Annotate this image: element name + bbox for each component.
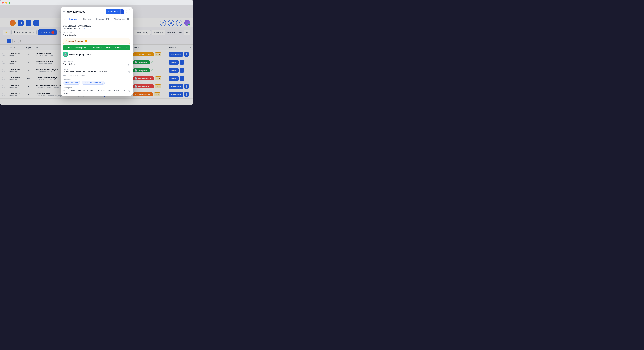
site-name-value: Sunset Shores	[63, 63, 77, 66]
modal-overlay: ⇐ WO# 123456789 RESOLVE | ⛶ ‹ Summary S	[0, 5, 193, 105]
close-button[interactable]	[2, 2, 4, 4]
sc-co-row: SC# 12345678 | CO# 12345678 Scheduled Se…	[63, 25, 130, 30]
description-field: Description Please evaluate if the site …	[63, 86, 130, 95]
tab-contacts[interactable]: Contacts 10	[94, 16, 111, 22]
wo-name-field: WO Name Snow Clearing	[63, 32, 130, 36]
tab-services[interactable]: Services	[81, 16, 94, 22]
wo-name-label: WO Name	[63, 32, 130, 34]
tab-attachments[interactable]: Attachments 3	[112, 16, 132, 22]
client-name: Demo Property Client	[69, 53, 91, 56]
modal-wo-number: WO# 123456789	[66, 10, 104, 13]
site-address-field: Site Address 123 Sunset Shores Lane, Any…	[63, 68, 130, 76]
tab-notes[interactable]: Notes 3	[132, 16, 132, 22]
green-bar-more-icon[interactable]: ···	[126, 46, 128, 49]
description-label: Description	[63, 86, 130, 88]
client-row: 🏢 Demo Property Client	[63, 52, 130, 56]
mac-window: SC ⊞ □ + ↻ ⚙ ? ⚡ ⇅ Work Order Status ⇅	[0, 0, 193, 105]
modal-expand-button[interactable]: ⛶	[125, 9, 130, 14]
services-label: Service(s) *	[63, 78, 130, 80]
description-copy-row: Please evaluate if the site has leaky HV…	[63, 89, 130, 95]
wo-name-value: Snow Clearing	[63, 34, 130, 36]
tab-attachments-label: Attachments	[114, 18, 126, 20]
scheduled-service-row: Scheduled Service# 1234	[63, 27, 130, 30]
tab-contacts-badge: 10	[106, 18, 109, 20]
permanent-site-instructions-label: Permanent Site Instructions	[63, 74, 130, 76]
tab-attachments-badge: 3	[127, 18, 129, 20]
work-order-modal: ⇐ WO# 123456789 RESOLVE | ⛶ ‹ Summary S	[60, 7, 132, 96]
maximize-button[interactable]	[8, 2, 10, 4]
check-icon: ✓	[65, 46, 67, 49]
modal-resolve-group: RESOLVE |	[106, 9, 124, 14]
modal-tabs: ‹ Summary Services Contacts 10 Attachmen…	[60, 16, 132, 22]
service-tag-2: Snow Removal Hourly	[82, 81, 105, 84]
modal-resolve-button[interactable]: RESOLVE	[106, 9, 120, 14]
service-tags-container: Snow Removal Snow Removal Hourly	[63, 81, 130, 84]
tab-contacts-label: Contacts	[96, 18, 104, 20]
progress-bar: ✓ Janitorial In Progress - All Other Tra…	[63, 45, 130, 50]
tab-left-arrow[interactable]: ‹	[63, 18, 66, 21]
site-name-copy-row: Sunset Shores ⎘	[63, 63, 130, 66]
action-required-badge: 1	[84, 40, 87, 42]
site-address-copy-row: 123 Sunset Shores Lane, Anytown, USA 100…	[63, 70, 130, 74]
modal-back-icon[interactable]: ⇐	[63, 10, 65, 13]
site-name-field: Site Name * Sunset Shores ⎘	[63, 61, 130, 66]
tab-services-label: Services	[83, 18, 92, 20]
action-required-text: Action Required	[68, 40, 84, 42]
action-required-alert: ⚠ Action Required 1	[63, 38, 130, 44]
minimize-button[interactable]	[5, 2, 7, 4]
modal-resolve-caret-button[interactable]: |	[120, 9, 124, 14]
sc-co-text: SC# 12345678 | CO# 12345678	[63, 25, 130, 27]
site-name-copy-icon[interactable]: ⎘	[128, 63, 130, 66]
tab-summary[interactable]: Summary	[66, 16, 81, 22]
client-avatar-icon: 🏢	[63, 52, 68, 56]
scheduled-service-link[interactable]: 1234	[81, 27, 86, 30]
warning-icon: ⚠	[65, 40, 68, 42]
site-name-label: Site Name *	[63, 61, 130, 63]
site-address-value: 123 Sunset Shores Lane, Anytown, USA 100…	[63, 70, 108, 73]
titlebar	[0, 0, 193, 5]
services-field: Service(s) * Snow Removal Snow Removal H…	[63, 78, 130, 84]
modal-topbar: ⇐ WO# 123456789 RESOLVE | ⛶	[60, 7, 132, 16]
service-tag-1: Snow Removal	[63, 81, 80, 84]
site-address-copy-icon[interactable]: ⎘	[128, 71, 130, 74]
tab-summary-label: Summary	[69, 18, 78, 20]
description-text: Please evaluate if the site has leaky HV…	[63, 89, 128, 95]
app-shell: SC ⊞ □ + ↻ ⚙ ? ⚡ ⇅ Work Order Status ⇅	[0, 5, 193, 105]
description-copy-icon[interactable]: ⎘	[128, 89, 130, 92]
site-address-label: Site Address	[63, 68, 130, 70]
modal-body: SC# 12345678 | CO# 12345678 Scheduled Se…	[60, 22, 132, 96]
progress-text: Janitorial In Progress - All Other Trade…	[68, 46, 120, 49]
